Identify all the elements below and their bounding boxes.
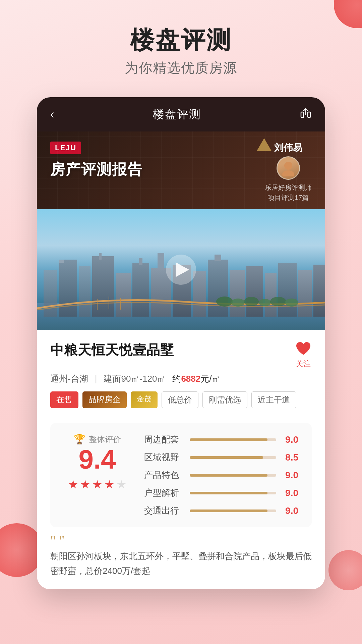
- svg-rect-7: [59, 260, 64, 263]
- svg-point-33: [270, 297, 286, 306]
- score-label-traffic: 交通出行: [144, 505, 184, 517]
- quote-mark: " ": [50, 535, 312, 546]
- overall-score: 9.4: [78, 445, 116, 474]
- video-section[interactable]: [37, 209, 325, 330]
- svg-rect-0: [301, 112, 304, 117]
- deco-blob-bottom-right: [328, 550, 362, 590]
- score-val-surrounding: 9.0: [282, 434, 298, 445]
- star-4: ★: [104, 478, 114, 491]
- award-icon: 🏆: [74, 434, 85, 445]
- svg-rect-11: [116, 273, 131, 317]
- svg-point-32: [259, 299, 271, 306]
- svg-rect-17: [193, 271, 206, 317]
- score-bar-bg-layout: [190, 492, 276, 494]
- score-label-layout: 户型解析: [144, 487, 184, 499]
- avatar-face: [278, 157, 299, 179]
- heart-icon: [295, 341, 312, 358]
- score-bar-fill-traffic: [190, 509, 267, 512]
- tag-near-road: 近主干道: [251, 391, 296, 408]
- score-row-layout: 户型解析 9.0: [144, 487, 298, 499]
- svg-rect-24: [298, 270, 312, 317]
- rating-section: 🏆 整体评价 9.4 ★ ★ ★ ★ ★ 周边配套 9.0 区域视野: [50, 423, 312, 527]
- tag-jinmao: 金茂: [131, 391, 158, 408]
- score-val-view: 8.5: [282, 452, 298, 463]
- score-bar-bg-surrounding: [190, 438, 276, 441]
- tags-row: 在售 品牌房企 金茂 低总价 刚需优选 近主干道: [50, 391, 312, 408]
- score-row-surrounding: 周边配套 9.0: [144, 434, 298, 445]
- tag-rigid-demand: 刚需优选: [202, 391, 247, 408]
- reviewer-desc: 乐居好房评测师 项目评测17篇: [265, 182, 312, 203]
- description-section: " " 朝阳区孙河板块，东北五环外，平墅、叠拼和合院产品，板块最后低密野蛮，总价…: [37, 535, 325, 589]
- phone-card: ‹ 楼盘评测 LEJU 房产评测报告 刘伟易: [37, 97, 325, 589]
- score-bar-fill-view: [190, 456, 263, 459]
- favorite-label: 关注: [296, 359, 311, 369]
- star-5: ★: [116, 478, 126, 491]
- leju-logo-area: LEJU 房产评测报告: [50, 142, 143, 179]
- svg-rect-15: [158, 253, 164, 270]
- page-main-title: 楼盘评测: [0, 27, 362, 53]
- stars-row: ★ ★ ★ ★ ★: [68, 478, 126, 491]
- svg-rect-21: [246, 266, 263, 317]
- star-2: ★: [80, 478, 90, 491]
- score-bar-bg-product: [190, 474, 276, 477]
- reviewer-avatar: [277, 156, 300, 180]
- property-header: 中粮天恒天悦壹品墅 关注: [50, 341, 312, 369]
- svg-rect-20: [230, 270, 245, 317]
- tag-brand: 品牌房企: [82, 391, 127, 408]
- score-label-view: 区域视野: [144, 451, 184, 463]
- svg-rect-25: [313, 265, 325, 317]
- svg-rect-19: [215, 255, 221, 261]
- score-bar-fill-layout: [190, 492, 267, 494]
- svg-rect-9: [92, 256, 114, 317]
- svg-rect-5: [44, 270, 57, 317]
- app-header-bar: ‹ 楼盘评测: [37, 97, 325, 131]
- score-row-view: 区域视野 8.5: [144, 451, 298, 463]
- property-price: 约6882元/㎡: [172, 373, 220, 385]
- score-val-traffic: 9.0: [282, 505, 298, 516]
- favorite-button[interactable]: 关注: [295, 341, 312, 369]
- play-triangle-icon: [176, 262, 189, 277]
- star-3: ★: [92, 478, 102, 491]
- property-location: 通州-台湖: [50, 373, 88, 385]
- detail-scores: 周边配套 9.0 区域视野 8.5 产品特色 9.0: [144, 434, 298, 517]
- meta-divider: |: [95, 374, 97, 384]
- leju-badge: LEJU: [50, 142, 81, 154]
- score-bar-fill-product: [190, 474, 267, 477]
- app-bar-title: 楼盘评测: [153, 107, 201, 122]
- star-1: ★: [68, 478, 78, 491]
- svg-rect-23: [278, 263, 297, 317]
- svg-point-31: [244, 297, 259, 306]
- property-area: 建面90㎡-120㎡: [104, 373, 166, 385]
- svg-rect-22: [265, 273, 277, 317]
- svg-point-30: [231, 299, 245, 307]
- score-bar-fill-surrounding: [190, 438, 267, 441]
- svg-point-34: [285, 299, 298, 307]
- svg-rect-1: [308, 112, 310, 117]
- svg-rect-12: [132, 263, 149, 317]
- score-label-surrounding: 周边配套: [144, 434, 184, 445]
- svg-rect-18: [208, 260, 228, 317]
- property-meta: 通州-台湖 | 建面90㎡-120㎡ 约6882元/㎡: [50, 373, 312, 385]
- property-section: 中粮天恒天悦壹品墅 关注 通州-台湖 | 建面90㎡-120㎡ 约6882元/㎡…: [37, 330, 325, 415]
- score-val-layout: 9.0: [282, 488, 298, 498]
- description-text: 朝阳区孙河板块，东北五环外，平墅、叠拼和合院产品，板块最后低密野蛮，总价2400…: [50, 549, 312, 578]
- svg-point-2: [284, 162, 292, 170]
- score-row-traffic: 交通出行 9.0: [144, 505, 298, 517]
- svg-rect-13: [139, 258, 142, 265]
- tag-low-price: 低总价: [162, 391, 198, 408]
- svg-rect-8: [79, 266, 90, 317]
- report-title: 房产评测报告: [50, 160, 143, 179]
- overall-score-area: 🏆 整体评价 9.4 ★ ★ ★ ★ ★: [64, 434, 131, 491]
- svg-rect-6: [59, 260, 77, 317]
- back-button[interactable]: ‹: [50, 107, 54, 121]
- score-label-product: 产品特色: [144, 469, 184, 481]
- play-button[interactable]: [166, 255, 196, 285]
- header-section: 楼盘评测 为你精选优质房源: [0, 0, 362, 77]
- overall-label: 🏆 整体评价: [74, 434, 121, 445]
- reviewer-area: 刘伟易 乐居好房评测师 项目评测17篇: [265, 142, 312, 203]
- score-val-product: 9.0: [282, 470, 298, 481]
- reviewer-name: 刘伟易: [274, 142, 302, 154]
- svg-point-29: [216, 297, 233, 307]
- score-bar-bg-view: [190, 456, 276, 459]
- share-icon[interactable]: [300, 107, 312, 122]
